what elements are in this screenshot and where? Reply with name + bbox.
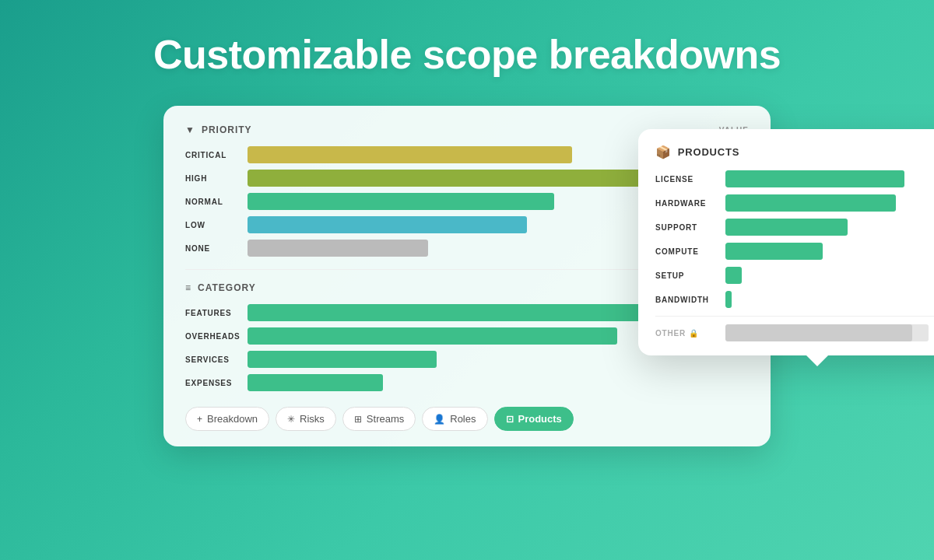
products-title: 📦 PRODUCTS xyxy=(655,145,739,159)
other-row: OTHER 🔒 $236K xyxy=(655,324,934,341)
bar-track xyxy=(248,351,698,368)
tab-risks-label: Risks xyxy=(300,413,325,425)
prod-bar-label: HARDWARE xyxy=(655,199,718,208)
bar-label: FEATURES xyxy=(185,309,240,317)
tabs-row: + Breakdown ✳ Risks ⊞ Streams 👤 Roles ⊡ … xyxy=(185,407,749,431)
bar-track xyxy=(248,304,698,321)
prod-bar-fill xyxy=(725,194,896,212)
bar-row-expenses: EXPENSES xyxy=(185,374,749,391)
prod-bar-track xyxy=(725,243,929,260)
bar-track xyxy=(248,170,698,187)
tab-streams-label: Streams xyxy=(367,413,404,425)
tab-risks[interactable]: ✳ Risks xyxy=(276,407,336,431)
prod-bar-fill xyxy=(725,291,732,308)
bar-track xyxy=(248,374,698,391)
products-icon: ⊡ xyxy=(506,414,514,425)
lock-icon: 🔒 xyxy=(689,329,699,338)
prod-bar-hardware: HARDWARE $14.4K xyxy=(655,194,934,212)
prod-bar-support: SUPPORT $9K xyxy=(655,219,934,236)
streams-icon: ⊞ xyxy=(354,414,362,425)
prod-bar-label: SUPPORT xyxy=(655,223,718,232)
prod-bar-label: SETUP xyxy=(655,271,718,280)
tab-streams[interactable]: ⊞ Streams xyxy=(342,407,416,431)
bar-label: EXPENSES xyxy=(185,379,240,387)
products-bars: LICENSE $14.9K HARDWARE $14.4K SUPPORT $… xyxy=(655,170,934,308)
priority-title: ▼ PRIORITY xyxy=(185,124,252,135)
bar-fill xyxy=(248,240,428,257)
bar-track xyxy=(248,240,698,257)
prod-bar-track xyxy=(725,219,929,236)
prod-bar-compute: COMPUTE $6.23K xyxy=(655,243,934,260)
prod-bar-fill xyxy=(725,243,823,260)
bar-fill xyxy=(248,216,527,233)
category-title: ≡ CATEGORY xyxy=(185,282,256,293)
products-card: 📦 PRODUCTS VALUE LICENSE $14.9K HARDWARE… xyxy=(638,129,934,355)
bar-track xyxy=(248,327,698,345)
bar-label: CRITICAL xyxy=(185,151,240,159)
category-icon: ≡ xyxy=(185,282,191,293)
prod-bar-setup: SETUP $500 xyxy=(655,267,934,284)
roles-icon: 👤 xyxy=(434,414,445,425)
bar-fill xyxy=(248,146,572,163)
tab-products[interactable]: ⊡ Products xyxy=(494,407,574,431)
bar-label: HIGH xyxy=(185,174,240,183)
prod-bar-label: COMPUTE xyxy=(655,247,718,256)
bar-label: OVERHEADS xyxy=(185,332,240,341)
prod-bar-fill xyxy=(725,219,848,236)
bar-label: NONE xyxy=(185,244,240,253)
bar-track xyxy=(248,146,698,163)
prod-bar-fill xyxy=(725,170,904,187)
bar-fill xyxy=(248,304,644,321)
bar-label: SERVICES xyxy=(185,355,240,364)
tab-breakdown[interactable]: + Breakdown xyxy=(185,407,269,431)
bar-fill xyxy=(248,170,653,187)
page-headline: Customizable scope breakdowns xyxy=(153,31,781,78)
products-header: 📦 PRODUCTS VALUE xyxy=(655,145,934,159)
products-card-icon: 📦 xyxy=(655,145,672,159)
prod-bar-label: LICENSE xyxy=(655,175,718,184)
prod-bar-bandwidth: BANDWIDTH $54 xyxy=(655,291,934,308)
plus-icon: + xyxy=(197,414,202,425)
prod-bar-track xyxy=(725,170,929,187)
bar-track xyxy=(248,193,698,210)
tab-roles-label: Roles xyxy=(450,413,476,425)
bar-fill xyxy=(248,193,554,210)
prod-bar-track xyxy=(725,194,929,212)
other-bar-fill xyxy=(725,324,912,341)
priority-icon: ▼ xyxy=(185,124,195,135)
prod-bar-track xyxy=(725,291,929,308)
bar-track xyxy=(248,216,698,233)
prod-bar-track xyxy=(725,267,929,284)
products-divider xyxy=(655,316,934,317)
bar-fill xyxy=(248,351,437,368)
bar-fill xyxy=(248,327,617,345)
risks-icon: ✳ xyxy=(287,414,295,425)
bar-label: NORMAL xyxy=(185,198,240,206)
tab-breakdown-label: Breakdown xyxy=(207,413,258,425)
tab-products-label: Products xyxy=(518,413,562,425)
prod-bar-fill xyxy=(725,267,742,284)
prod-bar-license: LICENSE $14.9K xyxy=(655,170,934,187)
tab-roles[interactable]: 👤 Roles xyxy=(422,407,487,431)
other-bar-track xyxy=(725,324,929,341)
bar-fill xyxy=(248,374,383,391)
other-label: OTHER 🔒 xyxy=(655,329,718,338)
prod-bar-label: BANDWIDTH xyxy=(655,296,718,304)
main-card: ▼ PRIORITY VALUE CRITICAL $34.9K HIGH $4… xyxy=(163,106,771,446)
bar-label: LOW xyxy=(185,221,240,229)
